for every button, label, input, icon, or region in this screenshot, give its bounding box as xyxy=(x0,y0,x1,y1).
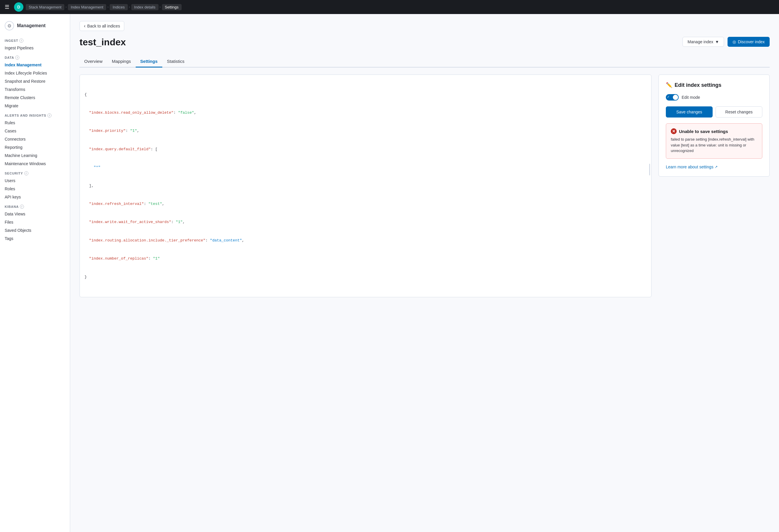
header-buttons: Manage index ▼ ◎ Discover index xyxy=(682,37,770,47)
external-link-icon: ↗ xyxy=(715,165,718,169)
sidebar-title: Management xyxy=(17,23,46,28)
error-header: ✕ Unable to save settings xyxy=(671,128,757,134)
sidebar-section-kibana: Kibana i xyxy=(0,201,70,210)
sidebar-item-rules[interactable]: Rules xyxy=(0,119,70,127)
toggle-knob xyxy=(673,95,678,100)
edit-mode-row: Edit mode xyxy=(666,94,762,101)
error-message: failed to parse setting [index.refresh_i… xyxy=(671,136,757,154)
code-panel[interactable]: { "index.blocks.read_only_allow_delete":… xyxy=(79,74,652,297)
sidebar-item-remote-clusters[interactable]: Remote Clusters xyxy=(0,93,70,102)
sidebar-item-ingest-pipelines[interactable]: Ingest Pipelines xyxy=(0,44,70,52)
breadcrumb-sep-1: › xyxy=(65,5,67,9)
scrollbar[interactable] xyxy=(649,164,650,176)
learn-more-link[interactable]: Learn more about settings ↗ xyxy=(666,164,718,169)
ingest-help-icon: i xyxy=(19,39,23,43)
sidebar-item-saved-objects[interactable]: Saved Objects xyxy=(0,226,70,235)
save-changes-button[interactable]: Save changes xyxy=(666,107,713,118)
security-help-icon: i xyxy=(24,171,28,176)
main-content: ‹ Back to all indices test_index Manage … xyxy=(70,14,779,532)
settings-title-text: Edit index settings xyxy=(675,82,721,88)
sidebar-item-users[interactable]: Users xyxy=(0,177,70,185)
back-arrow-icon: ‹ xyxy=(84,23,85,29)
sidebar-item-migrate[interactable]: Migrate xyxy=(0,102,70,110)
management-icon: ⚙ xyxy=(5,21,14,30)
sidebar-item-roles[interactable]: Roles xyxy=(0,185,70,193)
sidebar-item-maintenance-windows[interactable]: Maintenance Windows xyxy=(0,159,70,168)
tab-settings[interactable]: Settings xyxy=(136,56,162,68)
sidebar-section-alerts: Alerts and Insights i xyxy=(0,110,70,119)
sidebar-item-data-views[interactable]: Data Views xyxy=(0,210,70,218)
page-header: test_index Manage index ▼ ◎ Discover ind… xyxy=(79,37,770,54)
compass-icon: ◎ xyxy=(732,40,736,44)
learn-more-label: Learn more about settings xyxy=(666,164,714,169)
sidebar-item-transforms[interactable]: Transforms xyxy=(0,85,70,93)
action-buttons: Save changes Reset changes xyxy=(666,107,762,118)
breadcrumb-index-management[interactable]: Index Management xyxy=(68,4,106,10)
settings-panel: ✏️ Edit index settings Edit mode Save ch… xyxy=(659,74,770,177)
discover-index-button[interactable]: ◎ Discover index xyxy=(727,37,770,47)
sidebar-item-cases[interactable]: Cases xyxy=(0,127,70,135)
page-title: test_index xyxy=(79,37,126,48)
hamburger-menu[interactable]: ☰ xyxy=(5,4,9,10)
reset-changes-button[interactable]: Reset changes xyxy=(716,107,762,118)
tab-statistics[interactable]: Statistics xyxy=(162,56,189,68)
sidebar-item-index-management[interactable]: Index Management xyxy=(0,61,70,69)
manage-label: Manage index xyxy=(687,40,713,44)
edit-mode-toggle[interactable] xyxy=(666,94,679,101)
app-layout: ⚙ Management Ingest i Ingest Pipelines D… xyxy=(0,14,779,532)
error-title: Unable to save settings xyxy=(679,129,728,134)
sidebar: ⚙ Management Ingest i Ingest Pipelines D… xyxy=(0,14,70,532)
sidebar-item-machine-learning[interactable]: Machine Learning xyxy=(0,151,70,159)
back-label: Back to all indices xyxy=(87,24,120,28)
breadcrumb-stack-management[interactable]: Stack Management xyxy=(26,4,64,10)
error-box: ✕ Unable to save settings failed to pars… xyxy=(666,123,762,159)
sidebar-item-api-keys[interactable]: API keys xyxy=(0,193,70,201)
alerts-help-icon: i xyxy=(47,114,52,118)
tab-mappings[interactable]: Mappings xyxy=(107,56,136,68)
code-block: { "index.blocks.read_only_allow_delete":… xyxy=(84,79,647,292)
sidebar-section-security: Security i xyxy=(0,168,70,177)
breadcrumb-sep-4: › xyxy=(160,5,161,9)
breadcrumb-sep-3: › xyxy=(129,5,130,9)
chevron-down-icon: ▼ xyxy=(715,40,719,44)
data-help-icon: i xyxy=(15,56,19,60)
sidebar-item-tags[interactable]: Tags xyxy=(0,235,70,243)
sidebar-item-index-lifecycle[interactable]: Index Lifecycle Policies xyxy=(0,69,70,77)
kibana-help-icon: i xyxy=(20,205,24,209)
top-nav: ☰ D Stack Management › Index Management … xyxy=(0,0,779,14)
tab-overview[interactable]: Overview xyxy=(79,56,107,68)
content-area: { "index.blocks.read_only_allow_delete":… xyxy=(79,74,770,297)
back-button[interactable]: ‹ Back to all indices xyxy=(79,21,124,31)
edit-mode-label: Edit mode xyxy=(682,95,700,100)
sidebar-header: ⚙ Management xyxy=(0,19,70,35)
breadcrumb-sep-2: › xyxy=(107,5,109,9)
sidebar-section-ingest: Ingest i xyxy=(0,35,70,44)
sidebar-item-files[interactable]: Files xyxy=(0,218,70,226)
breadcrumb-index-details[interactable]: Index details xyxy=(131,4,159,10)
sidebar-item-connectors[interactable]: Connectors xyxy=(0,135,70,143)
settings-title: ✏️ Edit index settings xyxy=(666,82,762,88)
sidebar-section-data: Data i xyxy=(0,52,70,61)
sidebar-item-snapshot-restore[interactable]: Snapshot and Restore xyxy=(0,77,70,85)
error-icon: ✕ xyxy=(671,128,677,134)
breadcrumb: Stack Management › Index Management › In… xyxy=(26,4,182,10)
breadcrumb-settings: Settings xyxy=(162,4,182,10)
breadcrumb-indices[interactable]: Indices xyxy=(110,4,127,10)
avatar: D xyxy=(14,2,23,12)
discover-label: Discover index xyxy=(738,40,765,44)
tabs: Overview Mappings Settings Statistics xyxy=(79,56,770,68)
manage-index-button[interactable]: Manage index ▼ xyxy=(682,37,724,47)
pencil-icon: ✏️ xyxy=(666,82,672,88)
sidebar-item-reporting[interactable]: Reporting xyxy=(0,143,70,151)
